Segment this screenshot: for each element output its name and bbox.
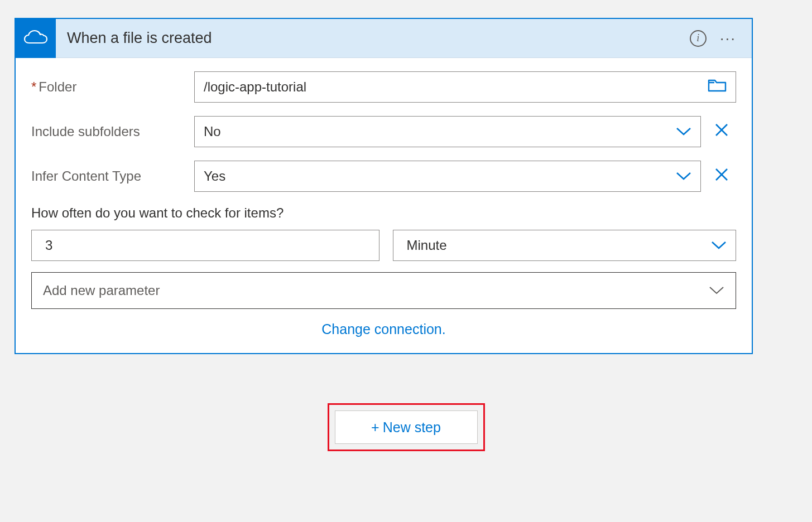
folder-icon [708,78,727,96]
include-subfolders-value: No [204,124,221,139]
card-body: *Folder /logic-app-tutorial Include subf… [16,58,752,353]
interval-unit-value: Minute [407,238,447,253]
close-icon [714,123,729,141]
remove-infer-content-type-button[interactable] [712,167,731,185]
required-star: * [31,79,36,94]
highlight-annotation: + New step [328,403,485,451]
include-subfolders-select[interactable]: No [194,116,701,147]
folder-picker-button[interactable] [708,78,727,96]
new-step-button[interactable]: + New step [335,410,478,444]
new-step-label: New step [383,419,441,436]
interval-unit-select[interactable]: Minute [393,230,737,261]
folder-row: *Folder /logic-app-tutorial [31,71,736,103]
infer-content-type-select[interactable]: Yes [194,161,701,192]
infer-content-type-value: Yes [204,168,225,184]
change-connection-link[interactable]: Change connection. [31,321,736,337]
interval-count-value: 3 [45,238,52,253]
card-header: When a file is created i ··· [16,19,752,58]
info-icon[interactable]: i [690,30,707,47]
interval-count-input[interactable]: 3 [31,230,379,261]
poll-question: How often do you want to check for items… [31,205,736,221]
chevron-down-icon [709,283,724,298]
include-subfolders-label: Include subfolders [31,124,194,139]
header-actions: i ··· [690,30,736,47]
folder-input[interactable]: /logic-app-tutorial [194,71,736,103]
chevron-down-icon [711,238,727,253]
folder-label: *Folder [31,79,194,95]
add-parameter-select[interactable]: Add new parameter [31,272,736,309]
remove-include-subfolders-button[interactable] [712,123,731,141]
close-icon [714,167,729,185]
new-step-area: + New step [13,403,799,451]
onedrive-icon-tile [16,19,56,58]
chevron-down-icon [676,124,691,139]
trigger-card: When a file is created i ··· *Folder /lo… [15,18,753,354]
infer-content-type-row: Infer Content Type Yes [31,161,736,192]
card-title: When a file is created [67,30,690,47]
include-subfolders-row: Include subfolders No [31,116,736,147]
folder-value: /logic-app-tutorial [204,79,306,95]
onedrive-icon [23,29,48,48]
plus-icon: + [371,419,379,436]
infer-content-type-label: Infer Content Type [31,168,194,184]
add-parameter-label: Add new parameter [43,283,160,298]
interval-row: 3 Minute [31,230,736,261]
more-menu-button[interactable]: ··· [720,31,736,46]
chevron-down-icon [676,168,691,184]
